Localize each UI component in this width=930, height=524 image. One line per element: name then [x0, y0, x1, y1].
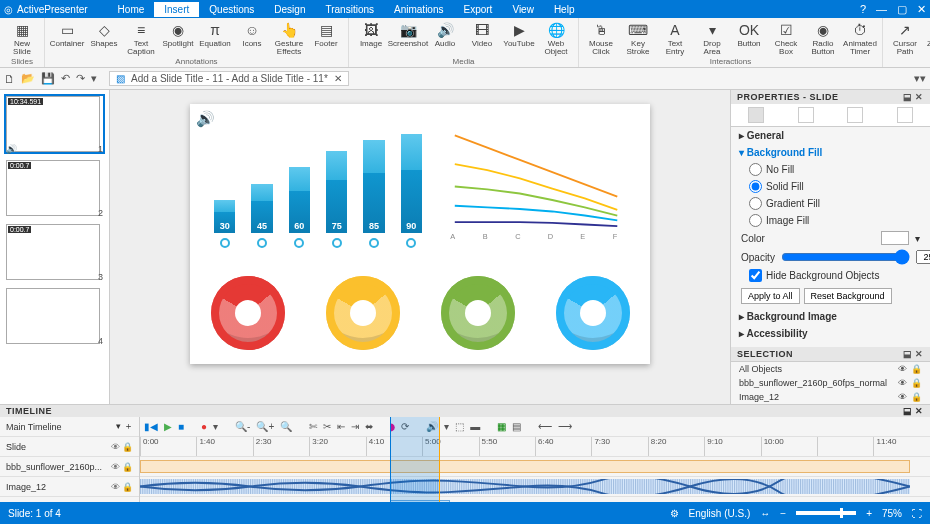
selection-item[interactable]: All Objects👁🔒 — [731, 362, 930, 376]
ribbon-shapes[interactable]: ◇Shapes — [86, 20, 122, 57]
tab-close-icon[interactable]: ✕ — [334, 73, 342, 84]
ribbon-cursor-path[interactable]: ↗CursorPath — [887, 20, 923, 57]
doughnut[interactable] — [441, 276, 515, 350]
panel-toggle-icon[interactable]: ▾▾ — [914, 72, 926, 85]
timeline-row[interactable]: Image_12👁 🔒 — [0, 477, 139, 497]
color-dropdown-icon[interactable]: ▾ — [915, 233, 920, 244]
color-swatch[interactable] — [881, 231, 909, 245]
close-icon[interactable]: ✕ — [917, 3, 926, 16]
menu-transitions[interactable]: Transitions — [315, 2, 384, 17]
ribbon-screenshot[interactable]: 📷Screenshot — [390, 20, 426, 57]
ribbon-container[interactable]: ▭Container — [49, 20, 85, 57]
timeline-ruler[interactable]: 0:001:402:303:204:105:005:506:407:308:20… — [140, 437, 930, 457]
tab-slide-icon[interactable] — [748, 107, 764, 123]
menu-questions[interactable]: Questions — [199, 2, 264, 17]
section-accessibility[interactable]: ▸ Accessibility — [731, 325, 930, 342]
ribbon-key-stroke[interactable]: ⌨KeyStroke — [620, 20, 656, 57]
selection-item[interactable]: bbb_sunflower_2160p_60fps_normal👁🔒 — [731, 376, 930, 390]
ribbon-text-entry[interactable]: ATextEntry — [657, 20, 693, 57]
ribbon-video[interactable]: 🎞Video — [464, 20, 500, 57]
stop-icon[interactable]: ■ — [178, 421, 184, 432]
fit-icon[interactable]: ↔ — [760, 508, 770, 519]
doughnut[interactable] — [556, 276, 630, 350]
lock-icon[interactable]: 🔒 — [122, 482, 133, 492]
timeline-tracks[interactable]: ▮◀ ▶ ■ ●▾ 🔍- 🔍+ 🔍 ✄✂ ⇤⇥ ⬌ ◗ ⟳ 🔊▾ ⬚▬ — [140, 417, 930, 502]
timeline-selector[interactable]: Main Timeline▾ ＋ — [0, 417, 139, 437]
playhead[interactable] — [390, 417, 440, 502]
lock-icon[interactable]: 🔒 — [122, 462, 133, 472]
ribbon-zoom-n-pan[interactable]: ⊕Zoom-n-Pan — [924, 20, 930, 57]
ribbon-text-caption[interactable]: ≡TextCaption — [123, 20, 159, 57]
ribbon-mouse-click[interactable]: 🖱MouseClick — [583, 20, 619, 57]
section-bgimage[interactable]: ▸ Background Image — [731, 308, 930, 325]
lock-icon[interactable]: 🔒 — [911, 378, 922, 388]
menu-export[interactable]: Export — [453, 2, 502, 17]
ribbon-spotlight[interactable]: ◉Spotlight — [160, 20, 196, 57]
maximize-icon[interactable]: ▢ — [897, 3, 907, 16]
zoom-in-icon[interactable]: 🔍+ — [256, 421, 274, 432]
undo-icon[interactable]: ↶ — [61, 72, 70, 85]
pin-icon[interactable]: ⬓ ✕ — [903, 92, 924, 102]
menu-help[interactable]: Help — [544, 2, 585, 17]
apply-all-button[interactable]: Apply to All — [741, 288, 800, 304]
visibility-icon[interactable]: 👁 — [111, 442, 120, 452]
hide-bg-checkbox[interactable]: Hide Background Objects — [731, 267, 930, 284]
doughnut-row[interactable] — [190, 276, 650, 350]
track-slide[interactable] — [140, 457, 930, 477]
fill-no-fill[interactable]: No Fill — [731, 161, 930, 178]
document-tab[interactable]: ▧ Add a Slide Title - 11 - Add a Slide T… — [109, 71, 349, 86]
ribbon-equation[interactable]: πEquation — [197, 20, 233, 57]
reset-bg-button[interactable]: Reset Background — [804, 288, 892, 304]
menu-home[interactable]: Home — [108, 2, 155, 17]
slide-thumb-2[interactable]: 0:00.72 — [4, 158, 105, 218]
save-icon[interactable]: 💾 — [41, 72, 55, 85]
visibility-icon[interactable]: 👁 — [111, 482, 120, 492]
ribbon-animated-timer[interactable]: ⏱AnimatedTimer — [842, 20, 878, 57]
ribbon-drop-area[interactable]: ▾DropArea — [694, 20, 730, 57]
menu-insert[interactable]: Insert — [154, 2, 199, 17]
bar-chart[interactable]: 304560758590 — [208, 118, 428, 248]
open-icon[interactable]: 📂 — [21, 72, 35, 85]
zoom-slider[interactable] — [796, 511, 856, 515]
slide[interactable]: 🔊 304560758590 ABC DEF 50100150200250 — [190, 104, 650, 364]
zoom-in-icon[interactable]: + — [866, 508, 872, 519]
new-icon[interactable]: 🗋 — [4, 73, 15, 85]
doughnut[interactable] — [326, 276, 400, 350]
redo-icon[interactable]: ↷ — [76, 72, 85, 85]
selection-item[interactable]: Image_12👁🔒 — [731, 390, 930, 404]
visibility-icon[interactable]: 👁 — [111, 462, 120, 472]
fill-solid-fill[interactable]: Solid Fill — [731, 178, 930, 195]
ribbon-new-slide[interactable]: ▦NewSlide — [4, 20, 40, 57]
menu-design[interactable]: Design — [264, 2, 315, 17]
help-icon[interactable]: ? — [860, 3, 866, 16]
track-image[interactable] — [140, 497, 930, 502]
slide-thumb-1[interactable]: 10:34.5911🔊 — [4, 94, 105, 154]
canvas[interactable]: 🔊 304560758590 ABC DEF 50100150200250 — [110, 90, 730, 404]
ribbon-web-object[interactable]: 🌐WebObject — [538, 20, 574, 57]
section-general[interactable]: ▸ General — [731, 127, 930, 144]
language-indicator[interactable]: English (U.S.) — [689, 508, 751, 519]
timeline-row[interactable]: Slide👁 🔒 — [0, 437, 139, 457]
lang-icon[interactable]: ⚙ — [670, 508, 679, 519]
visibility-icon[interactable]: 👁 — [898, 392, 907, 402]
menu-view[interactable]: View — [502, 2, 544, 17]
lock-icon[interactable]: 🔒 — [911, 392, 922, 402]
zoom-out-icon[interactable]: − — [780, 508, 786, 519]
lock-icon[interactable]: 🔒 — [911, 364, 922, 374]
slide-thumb-3[interactable]: 0:00.73 — [4, 222, 105, 282]
timeline-row[interactable]: bbb_sunflower_2160p...👁 🔒 — [0, 457, 139, 477]
visibility-icon[interactable]: 👁 — [898, 364, 907, 374]
tab-audio-icon[interactable] — [847, 107, 863, 123]
tab-style-icon[interactable] — [798, 107, 814, 123]
ribbon-check-box[interactable]: ☑CheckBox — [768, 20, 804, 57]
zoom-value[interactable]: 75% — [882, 508, 902, 519]
lock-icon[interactable]: 🔒 — [122, 442, 133, 452]
tab-media-icon[interactable] — [897, 107, 913, 123]
ribbon-radio-button[interactable]: ◉RadioButton — [805, 20, 841, 57]
minimize-icon[interactable]: — — [876, 3, 887, 16]
zoom-fit-icon[interactable]: 🔍 — [280, 421, 292, 432]
track-audio[interactable] — [140, 477, 930, 497]
pin-icon[interactable]: ⬓ ✕ — [903, 406, 924, 416]
ribbon-icons[interactable]: ☺Icons — [234, 20, 270, 57]
opacity-value[interactable] — [916, 250, 930, 264]
